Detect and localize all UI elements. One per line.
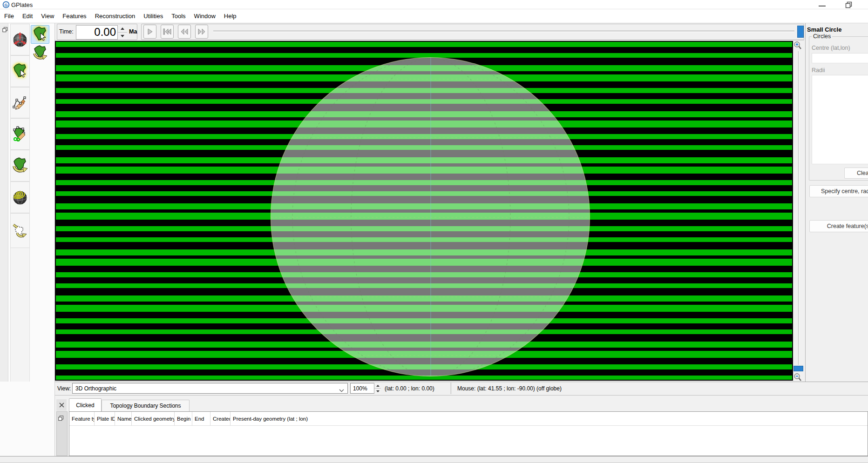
zoom-spin-buttons [374,383,381,394]
globe-canvas[interactable] [55,41,793,381]
column-header-feature-type[interactable]: Feature type [69,412,95,426]
column-header-present-day-geometry[interactable]: Present-day geometry (lat ; lon) [231,412,868,426]
seek-beginning-icon [163,28,172,35]
modify-reconstruction-pole-tool[interactable] [31,44,49,62]
tab-topology-boundary-sections[interactable]: Topology Boundary Sections [102,400,190,411]
close-icon [59,403,64,408]
africa-cursor-icon [32,26,48,43]
down-arrow-icon [121,35,124,37]
menu-reconstruction[interactable]: Reconstruction [91,9,140,23]
task-panel-title: Small Circle [807,26,841,33]
menu-view[interactable]: View [37,9,58,23]
time-label: Time: [59,28,74,35]
time-value[interactable]: 0.00 [76,25,116,40]
choose-feature-tool-selected[interactable] [31,25,49,44]
radii-label: Radii [812,67,825,74]
move-vertex-tool[interactable] [10,118,30,150]
zoom-percent-value: 100% [353,385,367,392]
play-icon [146,28,154,35]
step-back-icon [180,28,189,35]
split-feature-icon [12,222,28,239]
time-spin-up-button[interactable] [118,25,127,33]
menu-edit[interactable]: Edit [18,9,37,23]
time-unit-label: Ma [129,28,137,35]
zoom-slider-handle[interactable] [793,366,803,371]
zoom-slider-track[interactable] [798,51,799,365]
combo-chevron-icon [339,386,344,394]
column-header-name[interactable]: Name [115,412,132,426]
manipulate-pole-tool[interactable] [10,150,30,181]
polyline-pencil-icon [12,94,28,111]
zoom-spin-down-button[interactable] [374,389,381,394]
restore-icon [845,1,852,8]
column-header-created[interactable]: Created [210,412,231,426]
window-bottom-margin [0,456,868,463]
reorient-globe-tool[interactable] [10,24,30,55]
minimize-button[interactable] [814,0,830,9]
globe-sphere [271,57,590,376]
choose-feature-highlight-tool[interactable] [10,55,30,87]
column-header-begin[interactable]: Begin [175,412,192,426]
minimize-icon [819,2,826,7]
digitise-geometry-tool[interactable] [10,87,30,118]
time-spin-down-button[interactable] [118,33,127,40]
globe-small-circle-icon [12,189,28,206]
view-label: View: [57,385,71,392]
circles-group-label: Circles [812,33,832,40]
step-back-button[interactable] [178,25,191,39]
window-title: GPlates [11,1,33,8]
menu-window[interactable]: Window [190,9,220,23]
time-slider-track[interactable] [213,31,794,32]
menu-help[interactable]: Help [220,9,241,23]
column-header-end[interactable]: End [192,412,210,426]
africa-cursor-icon [12,63,28,80]
zoom-slider-column [793,41,805,381]
radii-list[interactable] [812,75,868,164]
centre-input[interactable] [812,53,868,63]
up-arrow-icon [121,27,124,30]
menu-bar: File Edit View Features Reconstruction U… [0,9,868,23]
create-features-button[interactable]: Create feature(s) [809,220,868,232]
step-forward-icon [197,28,206,35]
view-projection-value: 3D Orthographic [75,385,116,392]
play-button[interactable] [143,25,156,39]
time-spin-buttons [117,25,127,40]
clear-button[interactable]: Clear [844,168,868,179]
zoom-spin-up-button[interactable] [374,383,381,389]
column-header-plate-id[interactable]: Plate ID [95,412,115,426]
clicked-features-table: Feature type Plate ID Name Clicked geome… [69,411,868,456]
down-arrow-icon [376,390,380,392]
africa-rotate-icon [12,157,28,174]
globe-graticule [271,58,590,376]
menu-features[interactable]: Features [58,9,90,23]
specify-centre-radius-button[interactable]: Specify centre, radius [809,185,868,197]
split-feature-tool[interactable] [10,213,30,248]
title-bar: G GPlates [0,0,868,9]
time-slider-handle[interactable] [797,26,804,38]
camera-coordinates-label: (lat: 0.00 ; lon: 0.00) [385,385,434,392]
table-body-empty [69,426,868,456]
statusbar-separator [451,382,452,394]
column-header-clicked-geometry[interactable]: Clicked geometry [132,412,175,426]
gplates-window: G GPlates File Edit View Features Recons… [0,0,868,463]
menu-file[interactable]: File [0,9,18,23]
menu-tools[interactable]: Tools [167,9,190,23]
vertex-edit-icon [12,126,28,142]
seek-beginning-button[interactable] [161,25,174,39]
table-header-row: Feature type Plate ID Name Clicked geome… [69,412,868,426]
gplates-logo-icon: G [2,1,10,10]
small-circle-tool[interactable] [10,181,30,213]
dock-float-icon[interactable] [58,415,64,423]
mouse-coordinates-label: Mouse: (lat: 41.55 ; lon: -90.00) (off g… [457,385,562,392]
step-forward-button[interactable] [195,25,208,39]
zoom-in-magnifier-icon[interactable] [793,41,802,52]
africa-rotate-icon [32,45,48,61]
up-arrow-icon [376,385,380,387]
menu-utilities[interactable]: Utilities [139,9,167,23]
restore-button[interactable] [841,0,856,9]
dock-float-icon[interactable] [2,26,8,34]
svg-text:G: G [4,3,7,7]
tool-dock-titlebar [0,23,8,382]
tab-clicked[interactable]: Clicked [69,398,102,411]
close-panel-button[interactable] [56,399,67,411]
